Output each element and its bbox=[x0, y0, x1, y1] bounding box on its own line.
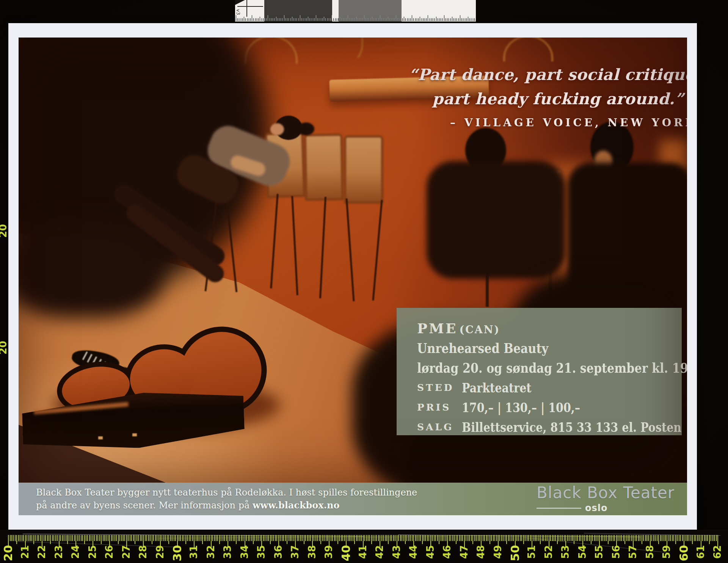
ruler-tick bbox=[476, 535, 477, 541]
calibration-tick bbox=[386, 18, 387, 21]
ruler-number: 24 bbox=[70, 541, 81, 563]
ruler-tick bbox=[490, 535, 490, 544]
calibration-tick bbox=[460, 15, 460, 21]
price-label: PRIS bbox=[417, 398, 462, 417]
calibration-micro-ruler bbox=[235, 15, 476, 22]
ruler-tick bbox=[287, 535, 287, 544]
ruler-tick bbox=[655, 535, 656, 541]
ruler-tick bbox=[72, 535, 73, 541]
ruler-tick bbox=[621, 535, 622, 541]
calibration-tick bbox=[404, 17, 404, 21]
ruler-number: 28 bbox=[137, 541, 149, 563]
ruler-tick bbox=[10, 535, 11, 541]
calibration-tick bbox=[410, 18, 411, 21]
ruler-tick bbox=[140, 535, 141, 541]
calibration-tick bbox=[436, 17, 436, 21]
ruler-number: 21 bbox=[19, 541, 31, 563]
case-latch bbox=[132, 433, 137, 436]
ruler-tick bbox=[332, 535, 333, 541]
ruler-tick bbox=[196, 535, 196, 541]
ruler-tick bbox=[368, 535, 369, 541]
ruler-tick bbox=[133, 535, 134, 541]
ruler-tick bbox=[118, 535, 119, 544]
ruler-tick bbox=[702, 535, 703, 541]
ruler-tick bbox=[712, 535, 713, 541]
ruler-tick bbox=[658, 535, 659, 544]
ruler-tick bbox=[591, 535, 592, 544]
ruler-tick bbox=[283, 535, 284, 541]
ruler-tick bbox=[165, 535, 166, 541]
calibration-tick bbox=[423, 18, 424, 21]
calibration-tick bbox=[322, 18, 323, 21]
calibration-tick bbox=[314, 18, 315, 21]
ruler-tick bbox=[699, 535, 700, 541]
ruler-tick bbox=[499, 535, 500, 541]
ruler-tick bbox=[351, 535, 351, 541]
ruler-tick bbox=[501, 535, 502, 541]
ruler-tick bbox=[35, 535, 36, 541]
ruler-tick bbox=[435, 535, 436, 541]
calibration-tick bbox=[239, 18, 239, 21]
chair-back bbox=[344, 135, 383, 204]
calibration-tick bbox=[380, 15, 380, 21]
ruler-tick bbox=[461, 535, 461, 541]
ruler-tick bbox=[527, 535, 527, 541]
ruler-tick bbox=[483, 535, 483, 541]
ruler-tick bbox=[624, 535, 625, 544]
ruler-tick bbox=[692, 535, 693, 544]
ruler-tick bbox=[695, 535, 696, 541]
calibration-tick bbox=[340, 17, 340, 21]
calibration-tick bbox=[426, 18, 427, 21]
ruler-tick bbox=[496, 535, 497, 541]
ruler-tick bbox=[660, 535, 661, 541]
calibration-tick bbox=[444, 15, 444, 21]
ruler-tick bbox=[466, 535, 466, 541]
ruler-number: 61 bbox=[695, 541, 706, 563]
ruler-tick bbox=[212, 535, 213, 541]
ruler-tick bbox=[439, 535, 439, 544]
ruler-number: 52 bbox=[543, 541, 554, 563]
ruler-tick bbox=[27, 535, 27, 541]
ruler-tick bbox=[491, 535, 492, 541]
ruler-tick bbox=[707, 535, 708, 541]
calibration-tick bbox=[330, 18, 331, 21]
ruler-tick bbox=[369, 535, 370, 541]
ruler-tick bbox=[442, 535, 443, 541]
ruler-tick bbox=[444, 535, 444, 541]
calibration-tick bbox=[354, 18, 355, 21]
logo-city: oslo bbox=[585, 503, 608, 513]
ruler-number: 46 bbox=[441, 541, 453, 563]
ruler-tick bbox=[704, 535, 705, 541]
ruler-tick bbox=[543, 535, 544, 541]
ruler-tick bbox=[506, 535, 507, 544]
calibration-tick bbox=[335, 18, 336, 21]
ruler-tick bbox=[375, 535, 375, 541]
ruler-tick bbox=[635, 535, 635, 541]
ruler-tick bbox=[540, 535, 541, 544]
footer-note-line-2: på andre av byens scener. Mer informasjo… bbox=[36, 499, 417, 512]
ruler-tick bbox=[457, 535, 458, 541]
ruler-tick bbox=[484, 535, 485, 541]
ruler-tick bbox=[292, 535, 292, 541]
bottom-ruler: 2021222324252627282930313233343536373839… bbox=[0, 530, 728, 563]
ruler-tick bbox=[33, 535, 34, 544]
ruler-tick bbox=[339, 535, 340, 541]
ruler-tick bbox=[243, 535, 243, 541]
ruler-tick bbox=[37, 535, 38, 541]
ruler-tick bbox=[560, 535, 561, 541]
calibration-tick bbox=[351, 18, 351, 21]
ruler-tick bbox=[87, 535, 88, 541]
ruler-tick bbox=[285, 535, 286, 541]
ruler-tick bbox=[420, 535, 421, 541]
ruler-tick bbox=[275, 535, 276, 541]
sales-label: SALG bbox=[417, 417, 462, 437]
ruler-tick bbox=[651, 535, 652, 541]
calibration-tick bbox=[262, 18, 262, 21]
calibration-tick bbox=[469, 18, 470, 21]
calibration-tick bbox=[453, 18, 454, 21]
calibration-tick bbox=[465, 18, 465, 21]
ruler-tick bbox=[52, 535, 53, 541]
ruler-tick bbox=[620, 535, 620, 541]
calibration-tick bbox=[415, 18, 416, 21]
calibration-tick bbox=[244, 17, 244, 21]
